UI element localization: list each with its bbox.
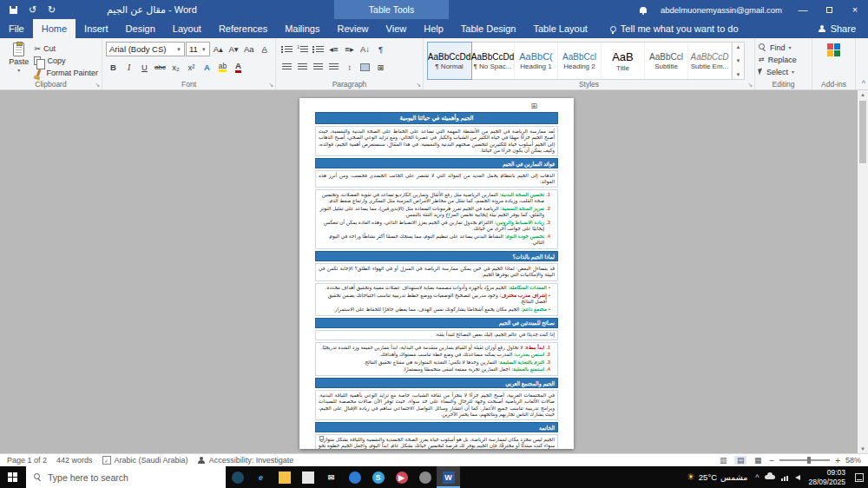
tab-view[interactable]: View — [378, 19, 416, 38]
decrease-indent-button[interactable]: ◂≡ — [326, 43, 341, 56]
align-right-button[interactable] — [279, 61, 294, 75]
file-explorer-icon[interactable] — [273, 466, 296, 488]
table-resize-handle[interactable] — [319, 436, 324, 440]
text-effects-button[interactable]: A — [200, 61, 214, 75]
bell-icon[interactable] — [640, 7, 647, 13]
font-dialog-launcher[interactable]: ↘ — [268, 82, 273, 89]
word-count[interactable]: 442 words — [56, 456, 93, 465]
vertical-scrollbar[interactable]: ▲ ▼ — [858, 90, 868, 453]
font-color-button[interactable]: A — [231, 61, 246, 75]
clock[interactable]: 09:03 28/09/2025 — [808, 468, 845, 485]
shrink-font-button[interactable]: A▾ — [227, 43, 241, 56]
word-icon[interactable]: W — [437, 466, 460, 488]
style--no-spac-[interactable]: AaBbCcDd¶ No Spac... — [471, 43, 515, 79]
zoom-slider-thumb[interactable] — [807, 457, 811, 464]
multilevel-list-button[interactable] — [311, 43, 326, 56]
styles-dialog-launcher[interactable]: ↘ — [747, 82, 753, 89]
scroll-down-icon[interactable]: ▼ — [860, 445, 865, 453]
style-subtitle[interactable]: AaBbCclSubtitle — [645, 43, 688, 79]
clear-formatting-button[interactable]: A̲ — [257, 43, 272, 56]
undo-icon[interactable]: ↺ — [26, 3, 39, 16]
volume-icon[interactable] — [795, 475, 800, 480]
account-email[interactable]: abdelmuonemyassin@gmail.com — [661, 5, 782, 15]
onedrive-icon[interactable] — [765, 475, 775, 479]
numbering-button[interactable] — [295, 43, 310, 56]
accessibility-status[interactable]: Accessibility: Investigate — [198, 456, 294, 465]
style-subtle-em-[interactable]: AaBbCcDSubtle Em... — [688, 43, 732, 79]
page-indicator[interactable]: Page 1 of 2 — [7, 456, 47, 465]
clipboard-dialog-launcher[interactable]: ↘ — [95, 82, 100, 89]
bold-button[interactable]: B — [106, 61, 121, 75]
font-name-combo[interactable]: Arial (Body CS)▼ — [106, 42, 185, 56]
subscript-button[interactable]: x₂ — [168, 61, 183, 75]
strikethrough-button[interactable]: abc — [153, 61, 168, 75]
cut-button[interactable]: ✂Cut — [34, 43, 98, 54]
font-size-combo[interactable]: 11▼ — [186, 42, 210, 56]
style-heading-2[interactable]: AaBbCclHeading 2 — [558, 43, 602, 79]
change-case-button[interactable]: Aa — [241, 43, 256, 56]
action-center-icon[interactable] — [855, 473, 864, 482]
zoom-slider[interactable] — [779, 459, 830, 461]
read-mode-button[interactable]: ▥ — [717, 456, 729, 465]
highlight-button[interactable]: ab — [215, 61, 230, 75]
minimize-button[interactable]: — — [790, 0, 816, 19]
tab-references[interactable]: References — [210, 19, 276, 38]
gallery-up-icon[interactable]: ▲ — [736, 44, 741, 49]
gallery-down-icon[interactable]: ▼ — [736, 58, 741, 63]
underline-button[interactable]: U — [137, 61, 152, 75]
store-icon[interactable] — [296, 466, 319, 488]
show-marks-button[interactable]: ¶ — [373, 43, 388, 56]
cortana-icon[interactable] — [226, 466, 249, 488]
tab-table-layout[interactable]: Table Layout — [524, 19, 595, 38]
line-spacing-button[interactable]: ↕ — [342, 61, 357, 75]
restore-button[interactable] — [816, 0, 842, 19]
justify-button[interactable] — [326, 61, 341, 75]
print-layout-button[interactable]: ▤ — [734, 456, 746, 465]
tab-mailings[interactable]: Mailings — [276, 19, 328, 38]
align-center-button[interactable] — [295, 61, 310, 75]
align-left-button[interactable] — [311, 61, 326, 75]
start-button[interactable] — [0, 466, 26, 488]
scrollbar-thumb[interactable] — [859, 101, 866, 163]
redo-icon[interactable]: ↻ — [45, 3, 58, 16]
grow-font-button[interactable]: A▴ — [211, 43, 226, 56]
bullets-button[interactable] — [279, 43, 294, 56]
style--normal[interactable]: AaBbCcDd¶ Normal — [428, 43, 471, 79]
network-icon[interactable] — [781, 474, 789, 481]
skype-icon[interactable]: S — [366, 466, 390, 488]
addins-icon[interactable] — [827, 43, 840, 56]
weather-widget[interactable]: ☀ 25°C مشمس — [687, 472, 747, 483]
zoom-in-button[interactable]: + — [835, 456, 840, 465]
borders-button[interactable]: ⊞ — [373, 61, 388, 75]
find-button[interactable]: Find▾ — [759, 42, 808, 53]
copy-button[interactable]: Copy — [34, 55, 98, 66]
gallery-more-icon[interactable]: ▼ — [736, 72, 741, 77]
collapse-ribbon-icon[interactable]: ^ — [862, 79, 865, 88]
settings-icon[interactable] — [413, 466, 437, 488]
tab-table-design[interactable]: Table Design — [452, 19, 525, 38]
tab-file[interactable]: File — [0, 19, 33, 38]
style-heading-1[interactable]: AaBbC(Heading 1 — [515, 43, 558, 79]
replace-button[interactable]: ⇄Replace — [759, 54, 808, 65]
scroll-up-icon[interactable]: ▲ — [860, 90, 865, 99]
mail-icon[interactable]: ✉ — [319, 466, 343, 488]
media-player-icon[interactable]: ▶ — [390, 466, 413, 488]
zoom-out-button[interactable]: − — [769, 456, 774, 465]
taskbar-search-input[interactable]: Type here to search — [26, 466, 226, 488]
photos-icon[interactable] — [343, 466, 366, 488]
paste-button[interactable]: Paste ▾ — [3, 41, 34, 78]
tab-home[interactable]: Home — [33, 19, 76, 38]
shading-button[interactable] — [358, 61, 372, 75]
zoom-level[interactable]: 58% — [845, 456, 861, 465]
save-icon[interactable] — [7, 3, 20, 16]
tab-insert[interactable]: Insert — [76, 19, 117, 38]
table-move-handle-icon[interactable]: ⊞ — [530, 102, 537, 110]
increase-indent-button[interactable]: ≡▸ — [342, 43, 357, 56]
web-layout-button[interactable]: ▦ — [752, 456, 764, 465]
tab-layout[interactable]: Layout — [164, 19, 210, 38]
tray-expand-icon[interactable]: ^ — [755, 473, 759, 482]
italic-button[interactable]: I — [122, 61, 136, 75]
edge-icon[interactable]: e — [249, 466, 273, 488]
superscript-button[interactable]: x² — [184, 61, 199, 75]
close-button[interactable]: × — [842, 0, 868, 19]
